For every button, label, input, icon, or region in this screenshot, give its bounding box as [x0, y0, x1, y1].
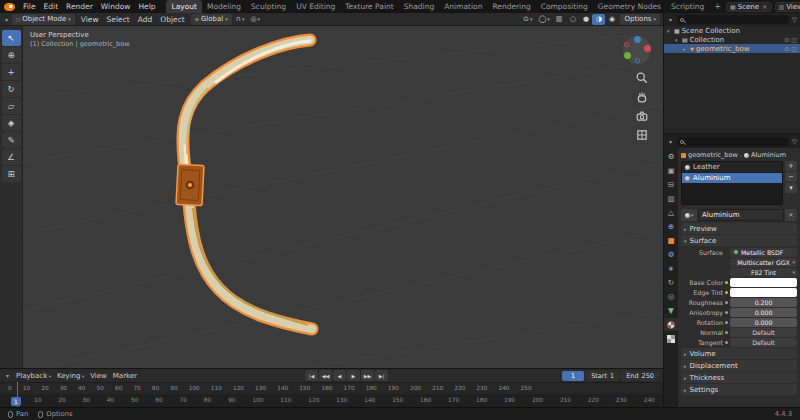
axis-negative-x-handle[interactable] [624, 42, 629, 47]
workspace-tab[interactable]: Layout [166, 0, 202, 13]
tool-button[interactable]: ✎ [2, 132, 21, 148]
tool-button[interactable]: + [2, 64, 21, 80]
properties-tab[interactable] [664, 318, 678, 331]
panel-preview[interactable]: ▸ Preview [681, 223, 797, 234]
playback-button[interactable]: |◀ [305, 370, 318, 381]
properties-tab[interactable] [664, 262, 678, 275]
menu-item[interactable]: Add [134, 15, 157, 24]
frame-end-field[interactable]: End 250 [621, 371, 659, 381]
xray-toggle[interactable]: ▥ [554, 14, 565, 25]
menu-item[interactable]: Window [97, 0, 135, 13]
disclosure-icon[interactable]: ▾ [667, 28, 672, 34]
render-visibility-camera-icon[interactable]: ◫ [791, 36, 797, 43]
current-frame-field[interactable]: 1 [562, 371, 584, 381]
editor-type-icon[interactable]: ▾ [667, 138, 674, 145]
proportional-editing-toggle[interactable]: ◎ ▾ [248, 14, 262, 25]
outliner-row[interactable]: ▸ geometric_bow ⊙ ◫ [664, 44, 800, 53]
outliner-row[interactable]: ▾ Collection ⊙ ◫ [664, 35, 800, 44]
menu-item[interactable]: Help [134, 0, 159, 13]
toggle-perspective-grid-icon[interactable] [636, 129, 648, 141]
property-field[interactable] [730, 288, 797, 297]
property-field[interactable]: F82 Tint [730, 268, 797, 277]
add-slot-button[interactable]: + [785, 161, 797, 171]
blender-logo-icon[interactable] [4, 3, 15, 11]
timeline-canvas[interactable]: 1020304050607080901001101201301401501601… [0, 394, 663, 408]
workspace-tab[interactable]: Scripting [666, 0, 709, 13]
menu-item[interactable]: File [19, 0, 40, 13]
properties-tab[interactable] [664, 206, 678, 219]
menu-item[interactable]: View [87, 372, 110, 380]
breadcrumb-material[interactable]: Aluminium [751, 151, 786, 159]
camera-view-icon[interactable] [636, 110, 648, 122]
menu-item[interactable]: Render [62, 0, 97, 13]
panel-surface[interactable]: ▾ Surface [681, 235, 797, 246]
disclosure-icon[interactable]: ▾ [675, 37, 680, 43]
properties-tab[interactable] [664, 304, 678, 317]
properties-tab[interactable] [664, 234, 678, 247]
editor-type-icon[interactable]: ▾ [667, 16, 674, 23]
filter-icon[interactable]: ▽ [792, 16, 797, 24]
tool-button[interactable]: ↻ [2, 81, 21, 97]
viewport-canvas[interactable] [0, 26, 663, 368]
shading-mode-button[interactable] [566, 14, 579, 25]
editor-type-icon[interactable]: ▾ [3, 16, 10, 23]
properties-tab[interactable] [664, 150, 678, 163]
navigation-gizmo[interactable] [623, 36, 651, 64]
pan-hand-icon[interactable] [636, 91, 648, 103]
property-field[interactable]: Multiscatter GGX [730, 258, 797, 267]
panel-settings[interactable]: ▸ Settings [681, 384, 797, 395]
workspace-tab[interactable]: Shading [399, 0, 439, 13]
timeline-ruler[interactable]: 0102030405060708090100110120130140150160… [0, 382, 663, 394]
slot-specials-menu[interactable]: ▾ [785, 183, 797, 193]
zoom-icon[interactable] [636, 72, 648, 84]
disclosure-icon[interactable]: ▸ [683, 46, 688, 52]
tool-button[interactable]: ◈ [2, 115, 21, 131]
frame-start-field[interactable]: Start 1 [586, 371, 619, 381]
material-name-field[interactable]: Aluminium [698, 209, 784, 221]
viewport-options-dropdown[interactable]: Options ▾ [620, 14, 660, 25]
workspace-tab[interactable]: Texture Paint [340, 0, 398, 13]
workspace-tab[interactable]: Sculpting [246, 0, 291, 13]
menu-item[interactable]: Edit [40, 0, 63, 13]
property-field[interactable]: Default [730, 328, 797, 337]
tool-button[interactable]: ↖ [2, 30, 21, 46]
properties-tab[interactable] [664, 164, 678, 177]
property-field[interactable]: Default [730, 338, 797, 347]
property-field[interactable]: 0.200 [730, 298, 797, 307]
gizmos-dropdown[interactable]: ⊙ ▾ [521, 14, 534, 25]
menu-item[interactable]: Object [156, 15, 188, 24]
axis-negative-z-handle[interactable] [635, 58, 640, 63]
workspace-tab[interactable]: Compositing [536, 0, 593, 13]
unlink-scene-icon[interactable]: × [761, 3, 767, 11]
panel-thickness[interactable]: ▸ Thickness [681, 372, 797, 383]
axis-z-handle[interactable] [634, 36, 641, 43]
properties-tab[interactable] [664, 248, 678, 261]
remove-slot-button[interactable]: − [785, 172, 797, 182]
tool-button[interactable]: ⊕ [2, 47, 21, 63]
property-field[interactable] [730, 278, 797, 287]
snap-toggle[interactable]: ∩ ▾ [234, 14, 247, 25]
menu-item[interactable]: Select [103, 15, 134, 24]
axis-y-handle[interactable] [624, 52, 631, 59]
properties-tab[interactable] [664, 332, 678, 345]
mode-selector[interactable]: ◻ Object Mode ▾ [12, 14, 75, 25]
playback-button[interactable]: ▶ [347, 370, 360, 381]
workspace-tab[interactable]: UV Editing [291, 0, 340, 13]
tool-button[interactable]: ▱ [2, 98, 21, 114]
playback-button[interactable]: ◀ [333, 370, 346, 381]
shading-mode-button[interactable] [579, 14, 592, 25]
menu-item[interactable]: Marker [110, 372, 140, 380]
breadcrumb-object[interactable]: geometric_bow [688, 151, 738, 159]
playback-button[interactable]: ▶▶ [361, 370, 374, 381]
properties-search-input[interactable] [677, 137, 789, 146]
menu-item[interactable]: View [77, 15, 103, 24]
properties-tab[interactable] [664, 192, 678, 205]
filter-icon[interactable]: ▽ [792, 138, 797, 146]
playback-button[interactable]: ◀◀ [319, 370, 332, 381]
editor-type-icon[interactable]: ▾ [4, 372, 11, 379]
panel-displacement[interactable]: ▸ Displacement [681, 360, 797, 371]
workspace-tab[interactable]: Geometry Nodes [593, 0, 666, 13]
axis-x-handle[interactable] [644, 45, 651, 52]
menu-item[interactable]: Playback [13, 372, 54, 380]
playback-button[interactable]: ▶| [375, 370, 388, 381]
